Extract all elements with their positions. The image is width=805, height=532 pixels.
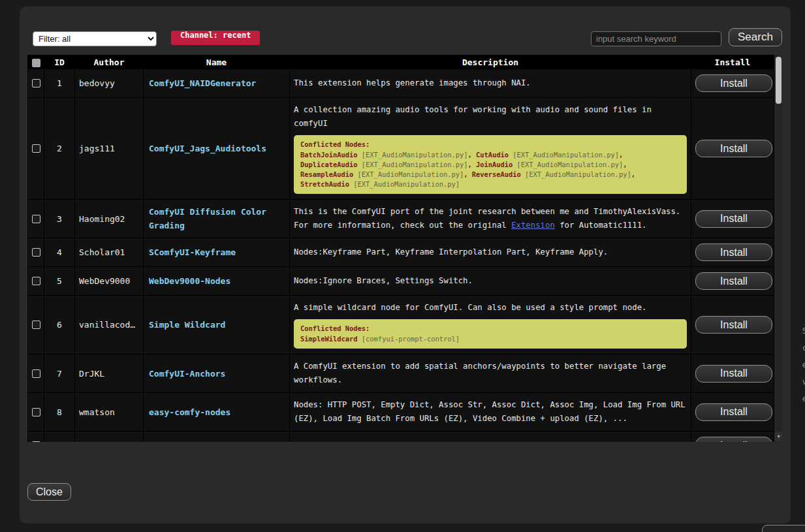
table-row: 8wmatsoneasy-comfy-nodesNodes: HTTP POST… <box>28 393 774 431</box>
col-header-author: Author <box>75 55 144 69</box>
row-checkbox[interactable] <box>32 408 40 416</box>
conflict-node-name: SimpleWildcard <box>300 335 358 343</box>
description-link[interactable]: Extension <box>511 221 555 230</box>
table-row: 6vanillacode314Simple WildcardA simple w… <box>28 296 774 354</box>
conflict-node-name: BatchJoinAudio <box>300 151 358 159</box>
conflict-source-file: [EXT_AudioManipulation.py] <box>353 170 464 178</box>
node-name-link[interactable]: ComfyUI Diffusion Color Grading <box>149 207 266 230</box>
search-button[interactable]: Search <box>729 28 782 46</box>
conflict-title: Conflicted Nodes: <box>300 324 680 334</box>
node-name-link[interactable]: ComfyUI_Mexx_Styler <box>149 441 246 442</box>
table-row: 1bedovyyComfyUI_NAIDGeneratorThis extens… <box>28 69 774 98</box>
conflict-node-name: DuplicateAudio <box>300 161 358 168</box>
col-header-name: Name <box>144 55 290 69</box>
table-scrollbar[interactable]: ▼ <box>774 55 782 442</box>
select-all-checkbox[interactable] <box>32 59 40 67</box>
edge-fragment: v <box>802 377 805 386</box>
scroll-down-button[interactable]: ▼ <box>774 432 782 441</box>
row-description: Nodes:Ignore Braces, Settings Switch. <box>290 267 691 296</box>
row-checkbox[interactable] <box>32 248 40 257</box>
node-name-link[interactable]: ComfyUI_Jags_Audiotools <box>149 144 266 153</box>
conflict-source-file: [EXT_AudioManipulation.py] <box>349 180 460 188</box>
row-checkbox[interactable] <box>32 277 40 285</box>
install-button[interactable]: Install <box>695 140 772 157</box>
table-row: 7DrJKLComfyUI-AnchorsA ComfyUI extension… <box>28 354 774 393</box>
install-button[interactable]: Install <box>695 316 772 334</box>
row-author: DrJKL <box>75 354 144 393</box>
conflict-source-file: [EXT_AudioManipulation.py] <box>358 161 468 168</box>
col-header-description: Description <box>290 55 691 69</box>
install-button[interactable]: Install <box>695 272 772 290</box>
conflict-source-file: [EXT_AudioManipulation.py] <box>509 151 619 159</box>
node-name-link[interactable]: SComfyUI-Keyframe <box>149 247 236 257</box>
conflict-source-file: [comfyui-prompt-control] <box>358 335 460 343</box>
node-table-body: 1bedovyyComfyUI_NAIDGeneratorThis extens… <box>28 69 774 443</box>
conflict-title: Conflicted Nodes: <box>300 140 680 149</box>
edge-fragment: e <box>802 360 805 369</box>
edge-fragment: c <box>802 343 805 352</box>
conflict-warning: Conflicted Nodes:SimpleWildcard [comfyui… <box>294 319 687 349</box>
row-description: A ComfyUI extension to add spatial ancho… <box>290 354 691 393</box>
row-author: WebDev9000 <box>75 267 144 296</box>
install-button[interactable]: Install <box>695 365 772 383</box>
custom-nodes-table: ID Author Name Description Install 1bedo… <box>27 55 774 442</box>
conflict-node-name: JoinAudio <box>476 161 513 168</box>
row-checkbox[interactable] <box>32 215 40 223</box>
node-name-link[interactable]: Simple Wildcard <box>149 320 225 330</box>
row-id: 1 <box>44 69 75 98</box>
row-description: A simple wildcard node for ComfyUI. Can … <box>290 296 691 354</box>
row-id: 8 <box>44 393 75 431</box>
row-id: 3 <box>44 200 75 238</box>
close-button[interactable]: Close <box>27 483 71 501</box>
custom-nodes-dialog: Filter: all Channel: recent Search ID Au… <box>20 7 791 524</box>
row-checkbox[interactable] <box>32 321 40 329</box>
row-author: bedovyy <box>75 69 144 98</box>
conflict-node-name: ReverseAudio <box>472 170 521 178</box>
node-name-link[interactable]: easy-comfy-nodes <box>149 407 230 417</box>
node-name-link[interactable]: ComfyUI-Anchors <box>149 369 225 379</box>
install-button[interactable]: Install <box>695 210 772 228</box>
scrollbar-thumb[interactable] <box>776 57 781 104</box>
row-author: Scholar01 <box>75 238 144 267</box>
edge-fragment: e <box>802 394 805 403</box>
row-author: Haoming02 <box>75 200 144 238</box>
conflict-node-name: ResampleAudio <box>300 170 353 178</box>
row-description: This is the ComfyUI port of the joint re… <box>290 200 691 238</box>
row-checkbox[interactable] <box>32 369 40 378</box>
table-row: 3Haoming02ComfyUI Diffusion Color Gradin… <box>28 200 774 238</box>
conflict-items: SimpleWildcard [comfyui-prompt-control] <box>300 334 680 344</box>
col-header-check <box>28 55 44 69</box>
conflict-node-name: StretchAudio <box>300 180 349 188</box>
node-name-link[interactable]: WebDev9000-Nodes <box>149 276 230 286</box>
row-author: vanillacode314 <box>75 296 144 354</box>
row-description: Nodes: HTTP POST, Empty Dict, Assoc Str,… <box>290 393 691 431</box>
row-id: 4 <box>44 238 75 267</box>
row-author: SoftMeng <box>75 431 144 443</box>
filter-select[interactable]: Filter: all <box>33 31 157 46</box>
conflict-source-file: [EXT_AudioManipulation.py] <box>521 170 631 178</box>
install-button[interactable]: Install <box>695 243 772 261</box>
row-id: 2 <box>44 98 75 200</box>
col-header-install: Install <box>691 55 774 69</box>
table-row: 5WebDev9000WebDev9000-NodesNodes:Ignore … <box>28 267 774 296</box>
row-checkbox[interactable] <box>32 79 40 87</box>
install-button[interactable]: Install <box>695 403 772 421</box>
search-input[interactable] <box>591 31 721 46</box>
conflict-node-name: CutAudio <box>476 151 509 159</box>
row-checkbox[interactable] <box>32 441 40 442</box>
install-button[interactable]: Install <box>695 74 772 92</box>
install-button[interactable]: Install <box>695 437 772 442</box>
conflict-source-file: [EXT_AudioManipulation.py] <box>513 161 623 168</box>
node-table: ID Author Name Description Install 1bedo… <box>27 55 782 442</box>
edge-fragment: S <box>802 326 805 336</box>
row-id: 7 <box>44 354 75 393</box>
row-description: Nodes:Keyframe Part, Keyframe Interpolat… <box>290 238 691 267</box>
row-checkbox[interactable] <box>32 144 40 153</box>
conflict-items: BatchJoinAudio [EXT_AudioManipulation.py… <box>300 150 680 189</box>
row-description: This extension helps generate images thr… <box>290 69 691 98</box>
partial-button[interactable] <box>762 525 805 532</box>
table-row: 9SoftMengComfyUI_Mexx_StylerNodes: Comfy… <box>28 431 774 443</box>
node-name-link[interactable]: ComfyUI_NAIDGenerator <box>149 78 256 88</box>
conflict-source-file: [EXT_AudioManipulation.py] <box>358 151 468 159</box>
background-edge-fragments: Sceve <box>797 0 805 532</box>
